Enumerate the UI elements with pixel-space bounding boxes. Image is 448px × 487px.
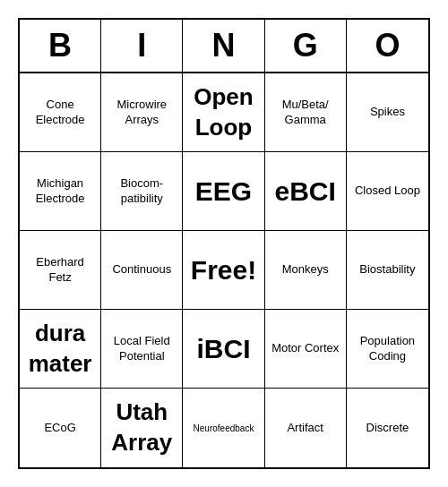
bingo-cell: Motor Cortex	[265, 310, 347, 389]
bingo-cell: Continuous	[101, 231, 183, 310]
header-letter: I	[101, 20, 183, 72]
bingo-cell: dura mater	[20, 310, 101, 389]
bingo-cell: Open Loop	[183, 73, 264, 152]
bingo-cell: Closed Loop	[347, 152, 428, 231]
bingo-cell: Michigan Electrode	[20, 152, 101, 231]
bingo-cell: Utah Array	[101, 389, 183, 467]
bingo-cell: Microwire Arrays	[101, 73, 183, 152]
bingo-cell: Free!	[183, 231, 264, 310]
header-letter: B	[20, 20, 101, 72]
bingo-cell: iBCI	[183, 310, 264, 389]
bingo-cell: ECoG	[20, 389, 101, 467]
bingo-grid: Cone ElectrodeMicrowire ArraysOpen LoopM…	[20, 73, 428, 467]
bingo-cell: EEG	[183, 152, 264, 231]
bingo-cell: Population Coding	[347, 310, 428, 389]
bingo-cell: Neurofeedback	[183, 389, 264, 467]
bingo-header: BINGO	[20, 20, 428, 73]
bingo-cell: Biocom-patibility	[101, 152, 183, 231]
bingo-cell: Biostability	[347, 231, 428, 310]
bingo-cell: Eberhard Fetz	[20, 231, 101, 310]
header-letter: O	[347, 20, 428, 72]
bingo-cell: eBCI	[265, 152, 347, 231]
header-letter: N	[183, 20, 264, 72]
bingo-cell: Monkeys	[265, 231, 347, 310]
header-letter: G	[265, 20, 347, 72]
bingo-cell: Artifact	[265, 389, 347, 467]
bingo-cell: Mu/Beta/ Gamma	[265, 73, 347, 152]
bingo-cell: Local Field Potential	[101, 310, 183, 389]
bingo-cell: Discrete	[347, 389, 428, 467]
bingo-cell: Cone Electrode	[20, 73, 101, 152]
bingo-card: BINGO Cone ElectrodeMicrowire ArraysOpen…	[18, 18, 430, 469]
bingo-cell: Spikes	[347, 73, 428, 152]
